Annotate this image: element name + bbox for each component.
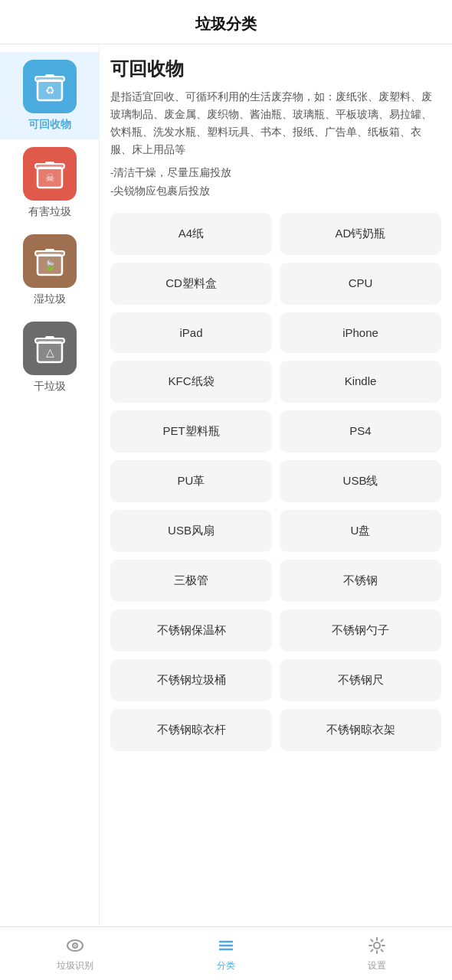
svg-rect-22 (45, 336, 54, 339)
sidebar-item-dry[interactable]: △ 干垃圾 (0, 314, 99, 401)
svg-point-30 (374, 942, 380, 949)
content-title: 可回收物 (110, 57, 441, 81)
item-cell[interactable]: 不锈钢 (280, 560, 441, 602)
item-cell[interactable]: AD钙奶瓶 (280, 213, 441, 255)
item-cell[interactable]: 不锈钢晾衣杆 (110, 709, 272, 751)
sidebar-label-recyclable: 可回收物 (28, 118, 71, 132)
identify-icon (64, 935, 86, 956)
item-cell[interactable]: KFC纸袋 (110, 361, 272, 403)
wet-icon: 🍃 (23, 234, 77, 288)
tab-identify-label: 垃圾识别 (57, 959, 93, 972)
item-cell[interactable]: PU革 (110, 460, 272, 502)
item-cell[interactable]: iPhone (280, 312, 441, 353)
item-cell[interactable]: 不锈钢晾衣架 (280, 709, 441, 751)
item-cell[interactable]: USB线 (280, 460, 441, 502)
tab-classify-label: 分类 (217, 959, 235, 972)
tab-bar: 垃圾识别 分类 设置 (0, 926, 452, 980)
classify-icon (215, 935, 237, 956)
item-cell[interactable]: 不锈钢保温杯 (110, 609, 272, 652)
sidebar-label-hazardous: 有害垃圾 (28, 205, 71, 219)
page-header: 垃圾分类 (0, 0, 452, 44)
sidebar: ♻ 可回收物 ☠ 有害垃圾 (0, 44, 100, 926)
item-cell[interactable]: Kindle (280, 361, 441, 403)
tab-settings[interactable]: 设置 (301, 935, 452, 972)
sidebar-item-wet[interactable]: 🍃 湿垃圾 (0, 227, 99, 314)
content-area: 可回收物 是指适宜回收、可循环利用的生活废弃物，如：废纸张、废塑料、废玻璃制品、… (100, 44, 452, 926)
svg-text:🍃: 🍃 (44, 259, 57, 272)
recyclable-icon: ♻ (23, 60, 77, 113)
item-cell[interactable]: iPad (110, 312, 272, 353)
item-cell[interactable]: PET塑料瓶 (110, 410, 272, 452)
page-title: 垃圾分类 (195, 15, 257, 32)
dry-icon: △ (23, 322, 77, 375)
tab-settings-label: 设置 (368, 959, 386, 972)
tab-identify[interactable]: 垃圾识别 (0, 935, 151, 972)
item-cell[interactable]: CPU (280, 263, 441, 305)
item-cell[interactable]: PS4 (280, 410, 441, 452)
content-tip-1: -清洁干燥，尽量压扁投放 (110, 164, 441, 182)
svg-text:☠: ☠ (44, 172, 54, 184)
items-grid: A4纸AD钙奶瓶CD塑料盒CPUiPadiPhoneKFC纸袋KindlePET… (110, 213, 441, 751)
item-cell[interactable]: 不锈钢垃圾桶 (110, 659, 272, 701)
settings-icon (366, 935, 388, 956)
main-content: ♻ 可回收物 ☠ 有害垃圾 (0, 44, 452, 926)
svg-rect-4 (45, 74, 54, 77)
item-cell[interactable]: 不锈钢尺 (280, 659, 441, 701)
content-description: 是指适宜回收、可循环利用的生活废弃物，如：废纸张、废塑料、废玻璃制品、废金属、废… (110, 89, 441, 159)
svg-text:♻: ♻ (44, 84, 54, 96)
svg-text:△: △ (45, 346, 54, 358)
svg-rect-16 (45, 249, 54, 252)
item-cell[interactable]: A4纸 (110, 213, 272, 255)
item-cell[interactable]: 三极管 (110, 560, 272, 602)
svg-rect-10 (45, 162, 54, 165)
item-cell[interactable]: U盘 (280, 510, 441, 552)
hazardous-icon: ☠ (23, 147, 77, 201)
content-tip-2: -尖锐物应包裹后投放 (110, 182, 441, 201)
item-cell[interactable]: USB风扇 (110, 510, 272, 552)
tab-classify[interactable]: 分类 (151, 935, 302, 972)
sidebar-label-wet: 湿垃圾 (34, 292, 66, 306)
item-cell[interactable]: 不锈钢勺子 (280, 609, 441, 652)
sidebar-item-hazardous[interactable]: ☠ 有害垃圾 (0, 139, 99, 227)
sidebar-item-recyclable[interactable]: ♻ 可回收物 (0, 52, 99, 139)
item-cell[interactable]: CD塑料盒 (110, 263, 272, 305)
sidebar-label-dry: 干垃圾 (34, 380, 66, 394)
svg-point-26 (74, 945, 76, 946)
